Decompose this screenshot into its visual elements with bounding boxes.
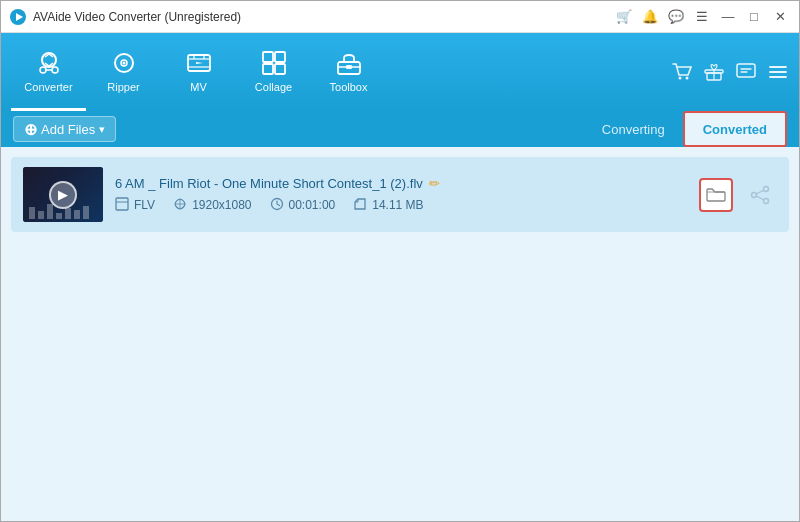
collage-label: Collage [255,81,292,93]
message-icon[interactable] [735,61,757,83]
svg-rect-10 [263,52,273,62]
play-button[interactable]: ▶ [49,181,77,209]
converter-icon [35,49,63,77]
converting-tab-label: Converting [602,122,665,137]
bar [56,213,62,219]
format-icon [115,197,129,214]
menu-icon[interactable]: ☰ [691,6,713,28]
add-files-label: Add Files [41,122,95,137]
title-bar-controls: 🛒 🔔 💬 ☰ — □ ✕ [613,6,791,28]
toolbar-item-collage[interactable]: Collage [236,33,311,111]
svg-point-25 [752,192,757,197]
file-thumbnail[interactable]: ▶ [23,167,103,222]
svg-rect-11 [275,52,285,62]
bar [47,204,53,219]
resolution-icon [173,197,187,214]
svg-rect-15 [346,65,352,69]
minimize-button[interactable]: — [717,6,739,28]
svg-rect-20 [737,64,755,77]
svg-point-17 [686,77,689,80]
toolbar-right-icons [671,33,789,111]
tab-converting[interactable]: Converting [584,111,683,147]
file-item: ▶ 6 AM _ Film Riot - One Minute Short Co… [11,157,789,232]
gift-icon[interactable] [703,61,725,83]
size-value: 14.11 MB [372,198,423,212]
duration-meta: 00:01:00 [270,197,336,214]
folder-open-icon [706,187,726,203]
mv-label: MV [190,81,207,93]
converter-label: Converter [24,81,72,93]
add-files-dropdown-arrow: ▾ [99,123,105,136]
cart-icon[interactable]: 🛒 [613,6,635,28]
bar [65,208,71,219]
edit-icon[interactable]: ✏ [429,176,440,191]
bar [29,207,35,219]
tab-area: Converting Converted [584,111,787,147]
file-meta: FLV 1920x1080 [115,197,687,214]
toolbar-item-mv[interactable]: MV [161,33,236,111]
bar [83,206,89,219]
buy-icon[interactable] [671,61,693,83]
file-actions [699,178,777,212]
size-meta: 14.11 MB [353,197,423,214]
app-icon [9,8,27,26]
toolbar-items: Converter Ripper MV [11,33,386,111]
main-content: ▶ 6 AM _ Film Riot - One Minute Short Co… [1,147,799,522]
share-icon [750,185,770,205]
toolbar: Converter Ripper MV [1,33,799,111]
title-bar: AVAide Video Converter (Unregistered) 🛒 … [1,1,799,33]
svg-point-16 [679,77,682,80]
feedback-icon[interactable]: 💬 [665,6,687,28]
svg-point-23 [764,186,769,191]
clock-icon [270,197,284,214]
tab-converted[interactable]: Converted [683,111,787,147]
svg-point-24 [764,198,769,203]
resolution-value: 1920x1080 [192,198,251,212]
svg-marker-9 [196,62,203,64]
file-info: 6 AM _ Film Riot - One Minute Short Cont… [115,176,687,214]
close-button[interactable]: ✕ [769,6,791,28]
bar [38,211,44,219]
toolbar-item-toolbox[interactable]: Toolbox [311,33,386,111]
sub-toolbar: ⊕ Add Files ▾ Converting Converted [1,111,799,147]
duration-value: 00:01:00 [289,198,336,212]
svg-rect-21 [116,198,128,210]
toolbar-item-ripper[interactable]: Ripper [86,33,161,111]
size-icon [353,197,367,214]
format-meta: FLV [115,197,155,214]
add-files-button[interactable]: ⊕ Add Files ▾ [13,116,116,142]
hamburger-icon[interactable] [767,61,789,83]
toolbox-label: Toolbox [330,81,368,93]
ripper-label: Ripper [107,81,139,93]
toolbox-icon [335,49,363,77]
open-folder-button[interactable] [699,178,733,212]
svg-point-7 [122,61,125,64]
converted-tab-label: Converted [703,122,767,137]
collage-icon [260,49,288,77]
svg-point-2 [42,53,56,67]
notification-icon[interactable]: 🔔 [639,6,661,28]
svg-rect-13 [275,64,285,74]
bar [74,210,80,219]
file-name-row: 6 AM _ Film Riot - One Minute Short Cont… [115,176,687,191]
file-name: 6 AM _ Film Riot - One Minute Short Cont… [115,176,423,191]
resolution-meta: 1920x1080 [173,197,251,214]
format-value: FLV [134,198,155,212]
svg-point-4 [52,67,58,73]
share-button[interactable] [743,178,777,212]
svg-point-3 [40,67,46,73]
ripper-icon [110,49,138,77]
toolbar-item-converter[interactable]: Converter [11,33,86,111]
svg-rect-12 [263,64,273,74]
app-title: AVAide Video Converter (Unregistered) [33,10,241,24]
title-bar-left: AVAide Video Converter (Unregistered) [9,8,241,26]
mv-icon [185,49,213,77]
maximize-button[interactable]: □ [743,6,765,28]
